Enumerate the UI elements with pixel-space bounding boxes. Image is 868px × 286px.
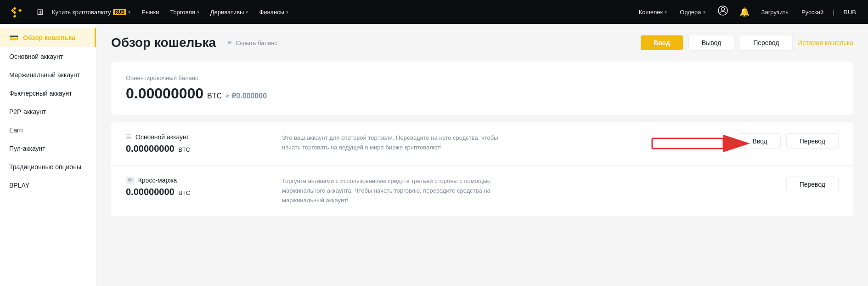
chevron-down-icon: ▾ (665, 10, 667, 15)
svg-point-2 (721, 8, 724, 11)
chevron-down-icon: ▾ (246, 10, 248, 15)
sidebar: 💳 Обзор кошелька Основной аккаунт Маржин… (0, 24, 96, 286)
nav-right-actions: Кошелек ▾ Ордера ▾ 🔔 Загрузить Русский |… (634, 2, 861, 22)
account-description: Это ваш аккаунт для спотовой торговли. П… (282, 133, 502, 153)
wallet-icon: 💳 (9, 33, 18, 42)
sidebar-item-overview[interactable]: 💳 Обзор кошелька (0, 28, 96, 47)
account-main-icon: ☰ (126, 133, 132, 141)
sidebar-item-main-account[interactable]: Основной аккаунт (0, 47, 96, 66)
grid-menu-icon[interactable]: ⊞ (33, 4, 47, 20)
account-transfer-button[interactable]: Перевод (786, 133, 839, 149)
account-deposit-button[interactable]: Ввод (739, 133, 780, 149)
nav-orders[interactable]: Ордера ▾ (675, 6, 710, 18)
account-name-row: ☰ Основной аккаунт (126, 133, 264, 141)
account-left: ☰ Основной аккаунт 0.00000000 BTC (126, 133, 264, 154)
account-cross-icon: % (126, 177, 135, 184)
balance-amount-row: 0.00000000 BTC ≈ ₽0.000000 (126, 85, 839, 102)
account-name-label: Основной аккаунт (135, 133, 189, 141)
chevron-down-icon: ▾ (703, 10, 705, 15)
sidebar-item-pool[interactable]: Пул-аккаунт (0, 139, 96, 158)
sidebar-item-futures-account[interactable]: Фьючерсный аккаунт (0, 84, 96, 103)
hide-balance-button[interactable]: 👁 Скрыть баланс (223, 38, 281, 48)
accounts-card: ☰ Основной аккаунт 0.00000000 BTC Это ва… (111, 122, 853, 216)
account-balance-unit: BTC (178, 189, 190, 196)
nav-wallet[interactable]: Кошелек ▾ (634, 6, 672, 18)
balance-fiat: ≈ ₽0.000000 (225, 92, 267, 100)
balance-unit: BTC (207, 92, 222, 100)
nav-markets[interactable]: Рынки (137, 6, 163, 18)
notification-bell-icon[interactable]: 🔔 (736, 4, 753, 20)
nav-language[interactable]: Русский (797, 6, 828, 18)
chevron-down-icon: ▾ (197, 10, 199, 15)
account-description: Торгуйте активами с использованием средс… (282, 177, 502, 205)
nav-trade[interactable]: Торговля ▾ (165, 6, 203, 18)
chevron-down-icon: ▾ (128, 10, 130, 15)
chevron-down-icon: ▾ (286, 10, 288, 15)
page-actions: Ввод Вывод Перевод История кошелька (641, 35, 853, 51)
nav-upload[interactable]: Загрузить (757, 6, 793, 18)
main-content: Обзор кошелька 👁 Скрыть баланс Ввод Выво… (96, 24, 868, 286)
account-name-label: Кросс-маржа (138, 177, 177, 184)
eye-icon: 👁 (227, 40, 233, 46)
page-layout: 💳 Обзор кошелька Основной аккаунт Маржин… (0, 24, 868, 286)
account-description-area: Торгуйте активами с использованием средс… (264, 177, 786, 205)
binance-logo-icon (7, 5, 22, 19)
account-actions: Ввод Перевод (739, 133, 839, 149)
account-row-cross-margin: % Кросс-маржа 0.00000000 BTC Торгуйте ак… (111, 166, 853, 216)
account-name-row: % Кросс-маржа (126, 177, 264, 184)
balance-value: 0.00000000 (126, 85, 203, 102)
account-transfer-button[interactable]: Перевод (786, 177, 839, 192)
sidebar-item-earn[interactable]: Earn (0, 121, 96, 139)
sidebar-item-bplay[interactable]: BPLAY (0, 176, 96, 194)
nav-finance[interactable]: Финансы ▾ (254, 6, 293, 18)
sidebar-item-p2p[interactable]: P2P-аккаунт (0, 103, 96, 121)
account-left: % Кросс-маржа 0.00000000 BTC (126, 177, 264, 197)
wallet-history-link[interactable]: История кошелька (798, 39, 853, 46)
logo[interactable] (7, 5, 22, 19)
account-balance-unit: BTC (178, 146, 190, 153)
page-header: Обзор кошелька 👁 Скрыть баланс Ввод Выво… (111, 35, 853, 51)
page-title-row: Обзор кошелька 👁 Скрыть баланс (111, 35, 281, 50)
nav-divider: | (832, 9, 835, 16)
account-balance-row: 0.00000000 BTC (126, 187, 264, 197)
balance-card: Ориентировочный баланс 0.00000000 BTC ≈ … (111, 62, 853, 115)
nav-derivatives[interactable]: Деривативы ▾ (206, 6, 253, 18)
sidebar-item-classic-options[interactable]: Традиционные опционы (0, 158, 96, 176)
deposit-button[interactable]: Ввод (641, 35, 683, 50)
account-actions: Перевод (786, 177, 839, 192)
top-navigation: ⊞ Купить криптовалюту RUB ▾ Рынки Торгов… (0, 0, 868, 24)
account-balance-row: 0.00000000 BTC (126, 143, 264, 154)
account-balance-value: 0.00000000 (126, 143, 175, 154)
nav-buy-crypto[interactable]: Купить криптовалюту RUB ▾ (47, 6, 135, 18)
rub-badge: RUB (113, 9, 127, 15)
account-balance-value: 0.00000000 (126, 187, 175, 197)
balance-label: Ориентировочный баланс (126, 74, 839, 81)
sidebar-item-margin-account[interactable]: Маржинальный аккаунт (0, 66, 96, 84)
user-profile-icon[interactable] (714, 2, 732, 22)
withdraw-button[interactable]: Вывод (688, 35, 734, 51)
page-title: Обзор кошелька (111, 35, 216, 50)
account-description-area: Это ваш аккаунт для спотовой торговли. П… (264, 133, 739, 153)
main-nav-links: Купить криптовалюту RUB ▾ Рынки Торговля… (47, 6, 634, 18)
transfer-button[interactable]: Перевод (740, 35, 792, 51)
account-row-main: ☰ Основной аккаунт 0.00000000 BTC Это ва… (111, 122, 853, 166)
nav-currency[interactable]: RUB (839, 6, 861, 18)
